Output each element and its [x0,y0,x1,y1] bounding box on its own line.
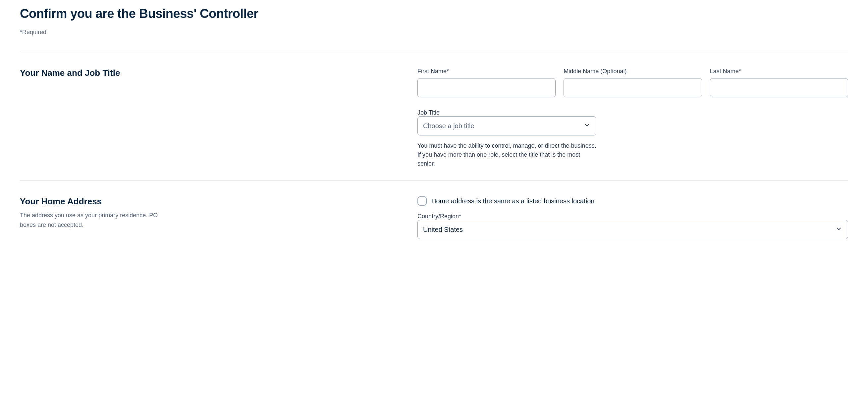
page-title: Confirm you are the Business' Controller [20,7,848,21]
first-name-label: First Name* [417,68,556,75]
last-name-group: Last Name* [710,68,848,97]
country-value-text: United States [423,226,463,233]
job-title-block: Job Title Choose a job title You must ha… [417,109,596,168]
job-title-select-wrapper: Choose a job title [417,116,596,135]
name-row: First Name* Middle Name (Optional) Last … [417,68,848,97]
job-title-placeholder-text: Choose a job title [423,122,474,130]
name-section-heading: Your Name and Job Title [20,68,404,78]
same-address-label: Home address is the same as a listed bus… [431,197,594,205]
name-section-right: First Name* Middle Name (Optional) Last … [417,68,848,168]
name-section-left: Your Name and Job Title [20,68,417,168]
job-title-label: Job Title [417,109,440,116]
country-select[interactable]: United States [417,220,848,239]
first-name-group: First Name* [417,68,556,97]
middle-name-input[interactable] [563,78,702,97]
country-select-wrapper: United States [417,220,848,239]
address-section-heading: Your Home Address [20,196,404,207]
last-name-label: Last Name* [710,68,848,75]
job-title-select[interactable]: Choose a job title [417,116,596,135]
middle-name-group: Middle Name (Optional) [563,68,702,97]
address-section-right: Home address is the same as a listed bus… [417,196,848,239]
name-section: Your Name and Job Title First Name* Midd… [20,52,848,180]
address-section-description: The address you use as your primary resi… [20,211,166,230]
same-address-checkbox[interactable] [417,196,427,206]
address-section: Your Home Address The address you use as… [20,181,848,251]
address-section-left: Your Home Address The address you use as… [20,196,417,239]
country-label: Country/Region* [417,213,461,220]
same-address-row: Home address is the same as a listed bus… [417,196,848,206]
last-name-input[interactable] [710,78,848,97]
first-name-input[interactable] [417,78,556,97]
middle-name-label: Middle Name (Optional) [563,68,702,75]
job-title-helper: You must have the ability to control, ma… [417,142,596,168]
country-block: Country/Region* United States [417,213,848,239]
required-note: *Required [20,29,848,36]
